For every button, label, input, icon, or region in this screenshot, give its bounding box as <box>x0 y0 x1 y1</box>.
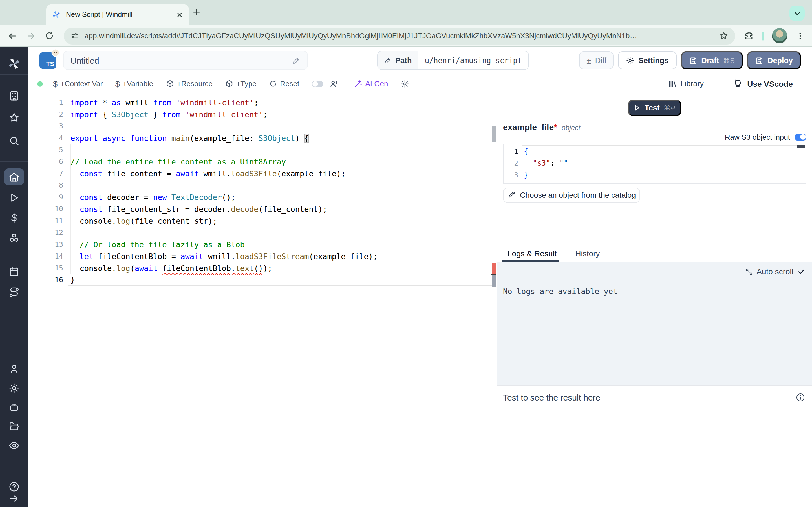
gear-icon <box>626 56 635 64</box>
magic-wand-icon <box>354 79 363 88</box>
json-lines: 1{2 "s3": ""3} <box>504 145 806 181</box>
code-editor[interactable]: 1import * as wmill from 'windmill-client… <box>28 94 497 507</box>
error-overview-mark <box>492 263 496 274</box>
code-line: 9 const decoder = new TextDecoder(); <box>28 191 497 203</box>
new-tab-icon[interactable] <box>192 7 201 17</box>
expand-icon <box>745 268 753 275</box>
windmill-logo[interactable] <box>0 57 28 70</box>
raw-s3-toggle[interactable] <box>795 133 806 140</box>
site-settings-icon[interactable] <box>70 32 79 40</box>
bookmark-star-icon[interactable] <box>719 31 728 41</box>
code-line: 5 <box>28 144 497 156</box>
divider <box>0 161 28 162</box>
sidebar-item-help[interactable] <box>0 481 28 492</box>
deploy-button[interactable]: Deploy <box>747 51 801 69</box>
resource-label: +Resource <box>177 79 213 88</box>
sidebar-item-variables[interactable] <box>0 212 28 224</box>
add-variable-button[interactable]: $ +Variable <box>115 79 153 88</box>
code-line: 2import { S3Object } from 'windmill-clie… <box>28 108 497 120</box>
code-line: 14 let fileContentBlob = await wmill.loa… <box>28 250 497 262</box>
browser-tab[interactable]: New Script | Windmill <box>46 4 189 25</box>
sidebar-item-workers[interactable] <box>0 402 28 413</box>
sidebar-item-audit-logs[interactable] <box>0 440 28 451</box>
json-arg-editor[interactable]: 1{2 "s3": ""3} <box>503 144 806 184</box>
tab-close-icon[interactable] <box>176 11 183 18</box>
code-line: 11 console.log(file_content_str); <box>28 215 497 226</box>
browser-tab-strip: New Script | Windmill <box>0 0 812 25</box>
draft-button[interactable]: Draft ⌘S <box>681 51 743 69</box>
overview-chip <box>492 276 496 287</box>
path-chip[interactable]: Path u/henri/amusing_script <box>377 51 529 70</box>
dollar-icon: $ <box>115 79 120 88</box>
browser-menu-icon[interactable] <box>796 31 805 40</box>
context-var-label: +Context Var <box>60 79 103 88</box>
sidebar-item-schedules[interactable] <box>0 266 28 277</box>
code-line: 12 <box>28 226 497 238</box>
script-title-input[interactable]: Untitled <box>63 51 308 70</box>
check-icon <box>797 268 805 276</box>
auto-scroll-control[interactable]: Auto scroll <box>745 267 805 276</box>
divider <box>762 31 763 40</box>
url-bar[interactable]: app.windmill.dev/scripts/add#JTdCJTIyaGF… <box>64 27 735 44</box>
add-resource-button[interactable]: +Resource <box>166 79 213 88</box>
add-type-button[interactable]: +Type <box>225 79 257 88</box>
sidebar-item-search[interactable] <box>0 135 28 147</box>
multiplayer-toggle[interactable] <box>312 79 339 89</box>
scrollbar-slider[interactable] <box>492 126 496 142</box>
back-icon[interactable] <box>7 31 17 41</box>
app-sidebar <box>0 47 28 507</box>
sidebar-item-resources[interactable] <box>0 233 28 244</box>
info-icon[interactable] <box>796 393 805 402</box>
sidebar-item-runs[interactable] <box>0 192 28 203</box>
sidebar-expand-icon[interactable] <box>0 494 28 504</box>
plus-minus-icon: ± <box>587 56 591 64</box>
result-placeholder: Test to see the result here <box>503 393 600 402</box>
add-context-var-button[interactable]: $ +Context Var <box>53 79 103 88</box>
sidebar-item-flows[interactable] <box>0 287 28 298</box>
reload-icon[interactable] <box>45 31 54 41</box>
gear-icon <box>400 79 409 88</box>
arguments-section: Test ⌘↵ example_file* object Raw S3 obje… <box>497 94 812 250</box>
sidebar-item-folders[interactable] <box>0 421 28 432</box>
sidebar-item-favorites[interactable] <box>0 112 28 123</box>
json-scroll-decoration <box>797 145 805 148</box>
test-shortcut: ⌘↵ <box>664 104 676 112</box>
tab-logs-result[interactable]: Logs & Result <box>507 249 557 258</box>
code-line: 8 <box>28 179 497 191</box>
code-line: 7 const file_content = await wmill.loadS… <box>28 167 497 179</box>
play-icon <box>633 104 641 112</box>
tab-search-chevron-icon[interactable] <box>790 6 805 21</box>
code-line: 1{ <box>504 145 806 157</box>
sidebar-item-workspace[interactable] <box>0 90 28 101</box>
toggle-off[interactable] <box>312 80 323 87</box>
tab-history[interactable]: History <box>575 249 600 258</box>
sidebar-item-home[interactable] <box>0 171 28 182</box>
library-icon <box>668 79 677 88</box>
sidebar-item-user[interactable] <box>0 363 28 375</box>
save-icon <box>689 56 697 64</box>
test-label: Test <box>645 104 660 112</box>
forward-icon[interactable] <box>26 31 36 41</box>
typescript-badge: TS <box>40 52 56 68</box>
extensions-icon[interactable] <box>743 31 754 41</box>
settings-button[interactable]: Settings <box>618 51 677 69</box>
no-logs-message: No logs are available yet <box>503 287 617 296</box>
library-button[interactable]: Library <box>668 79 704 88</box>
result-section: Test to see the result here <box>497 385 812 507</box>
auto-scroll-label: Auto scroll <box>756 267 794 276</box>
use-vscode-button[interactable]: Use VScode <box>733 79 793 89</box>
ai-gen-button[interactable]: AI Gen <box>354 79 388 88</box>
editor-settings-button[interactable] <box>400 79 409 88</box>
edit-title-pencil-icon[interactable] <box>292 56 301 64</box>
raw-s3-label: Raw S3 object input <box>725 133 790 141</box>
tab-title: New Script | Windmill <box>66 11 171 18</box>
script-title: Untitled <box>70 55 292 65</box>
refresh-icon <box>269 79 277 88</box>
test-button[interactable]: Test ⌘↵ <box>628 100 681 116</box>
profile-avatar[interactable] <box>772 28 787 43</box>
code-lines: 1import * as wmill from 'windmill-client… <box>28 96 497 286</box>
choose-object-button[interactable]: Choose an object from the catalog <box>503 187 640 203</box>
diff-button[interactable]: ± Diff <box>579 51 614 69</box>
reset-button[interactable]: Reset <box>269 79 299 88</box>
sidebar-item-settings[interactable] <box>0 383 28 394</box>
